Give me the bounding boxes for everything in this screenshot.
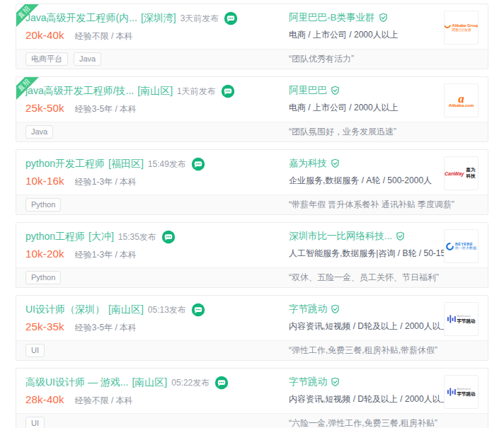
chat-bubble-icon[interactable] xyxy=(191,303,205,317)
company-column: 字节跳动 内容资讯,短视频 / D轮及以上 / 2000人以上 xyxy=(289,375,438,405)
job-tag[interactable]: UI xyxy=(25,417,45,428)
title-row: python开发工程师 [福田区] 15:49发布 xyxy=(25,157,289,171)
experience-education: 经验3-5年 / 本科 xyxy=(75,322,137,334)
smile-icon xyxy=(444,25,451,30)
company-column: 阿里巴巴 电商 / 上市公司 / 2000人以上 xyxy=(289,83,438,114)
company-logo[interactable]: ByteDance字节跳动 xyxy=(444,375,479,409)
publish-time: 05:13发布 xyxy=(148,304,186,316)
job-tag[interactable]: 电商平台 xyxy=(25,52,68,66)
company-info: 人工智能服务,数据服务|咨询 / B轮 / 50-150人 xyxy=(289,248,438,260)
job-location: [福田区] xyxy=(108,158,144,170)
verified-shield-icon xyxy=(331,158,340,168)
job-card[interactable]: python开发工程师 [福田区] 15:49发布 xyxy=(16,149,488,215)
job-tag[interactable]: Java xyxy=(25,125,53,139)
company-column: 嘉为科技 企业服务,数据服务 / A轮 / 500-2000人 xyxy=(289,156,438,187)
job-card[interactable]: 直招 java高级开发工程师/技... [南山区] 1天前发布 xyxy=(16,76,488,142)
company-name[interactable]: 字节跳动 xyxy=(289,303,327,316)
chat-bubble-icon[interactable] xyxy=(224,11,238,25)
company-quote: “弹性工作,免费三餐,租房补贴,带薪休假” xyxy=(289,345,479,357)
publish-time: 15:49发布 xyxy=(148,158,186,170)
job-tag[interactable]: UI xyxy=(25,344,45,357)
company-logo[interactable]: ByteDance字节跳动 xyxy=(444,302,479,336)
title-row: 高级UI设计师 — 游戏... [南山区] 05:22发布 xyxy=(25,376,289,390)
alibaba-com-logo: aAlibaba.com xyxy=(449,94,474,108)
bytedance-logo: ByteDance字节跳动 xyxy=(447,388,476,396)
company-logo[interactable]: CanWay嘉为科技 xyxy=(444,156,479,190)
job-card[interactable]: 高级UI设计师 — 游戏... [南山区] 05:22发布 xyxy=(16,368,488,428)
company-name[interactable]: 阿里巴巴 xyxy=(289,84,327,97)
salary: 10k-16k xyxy=(25,175,64,187)
company-quote: “团队氛围好，业务发展迅速” xyxy=(289,126,479,138)
job-tag[interactable]: Python xyxy=(25,198,61,212)
company-name[interactable]: 嘉为科技 xyxy=(289,157,327,170)
bytedance-logo: ByteDance字节跳动 xyxy=(447,315,476,323)
chat-bubble-icon[interactable] xyxy=(161,230,176,244)
card-top: UI设计师（深圳） [南山区] 05:13发布 xyxy=(16,296,488,340)
company-logo[interactable]: BEYEBE比一比大数据 xyxy=(444,229,479,263)
job-title[interactable]: 高级UI设计师 — 游戏... xyxy=(25,376,128,389)
publish-time: 05:22发布 xyxy=(171,377,210,389)
company-name[interactable]: 阿里巴巴-B类事业群 xyxy=(289,11,375,24)
job-card[interactable]: 直招 Java高级开发工程师(内... [深圳湾] 3天前发布 xyxy=(16,4,488,69)
alibaba-group-logo: Alibaba Group阿里巴巴集团 xyxy=(444,23,479,31)
tag-list: Python xyxy=(25,198,289,212)
publish-time: 1天前发布 xyxy=(177,86,216,98)
company-info: 内容资讯,短视频 / D轮及以上 / 2000人以上 xyxy=(289,393,438,405)
company-row: 字节跳动 xyxy=(289,303,438,316)
salary-row: 25k-35k 经验3-5年 / 本科 xyxy=(25,320,289,334)
company-info: 内容资讯,短视频 / D轮及以上 / 2000人以上 xyxy=(289,320,438,332)
verified-shield-icon xyxy=(331,304,340,314)
job-list: 直招 Java高级开发工程师(内... [深圳湾] 3天前发布 xyxy=(16,4,488,428)
company-quote: “团队优秀有活力” xyxy=(289,53,479,65)
chat-bubble-icon[interactable] xyxy=(214,376,229,390)
job-title[interactable]: java高级开发工程师/技... xyxy=(25,85,134,98)
company-row: 阿里巴巴-B类事业群 xyxy=(289,11,438,24)
experience-education: 经验不限 / 本科 xyxy=(75,30,133,42)
company-name[interactable]: 深圳市比一比网络科技... xyxy=(289,230,392,243)
job-card[interactable]: UI设计师（深圳） [南山区] 05:13发布 xyxy=(16,295,488,361)
company-name[interactable]: 字节跳动 xyxy=(289,376,327,388)
card-top: Java高级开发工程师(内... [深圳湾] 3天前发布 xyxy=(16,4,488,49)
tag-list: UI xyxy=(25,417,289,428)
card-footer: Python “带薪年假 晋升体系餐补 通讯补贴 季度调薪” xyxy=(16,195,488,214)
job-title[interactable]: UI设计师（深圳） xyxy=(25,303,105,316)
chat-bubble-icon[interactable] xyxy=(221,84,235,98)
card-top: python开发工程师 [福田区] 15:49发布 xyxy=(16,150,488,195)
tag-list: UI xyxy=(25,344,289,357)
job-card[interactable]: python工程师 [大冲] 15:35发布 xyxy=(16,222,488,288)
verified-shield-icon xyxy=(396,231,405,241)
card-top: java高级开发工程师/技... [南山区] 1天前发布 xyxy=(16,77,488,122)
salary: 25k-35k xyxy=(25,320,64,332)
company-quote: “带薪年假 晋升体系餐补 通讯补贴 季度调薪” xyxy=(289,199,479,211)
job-title[interactable]: Java高级开发工程师(内... xyxy=(25,12,137,25)
company-info: 电商 / 上市公司 / 2000人以上 xyxy=(289,29,438,41)
verified-shield-icon xyxy=(331,377,340,387)
company-column: 深圳市比一比网络科技... 人工智能服务,数据服务|咨询 / B轮 / 50-1… xyxy=(289,229,438,260)
job-tag[interactable]: Java xyxy=(74,52,101,66)
card-footer: Java “团队氛围好，业务发展迅速” xyxy=(16,122,488,141)
card-top: 高级UI设计师 — 游戏... [南山区] 05:22发布 xyxy=(16,369,488,413)
verified-shield-icon xyxy=(379,13,388,23)
bars-icon xyxy=(447,315,456,323)
job-title[interactable]: python工程师 xyxy=(25,231,85,243)
job-tag[interactable]: Python xyxy=(25,271,61,284)
job-location: [南山区] xyxy=(108,303,144,316)
job-main-column: python工程师 [大冲] 15:35发布 xyxy=(25,229,289,261)
experience-education: 经验1-3年 / 本科 xyxy=(75,176,137,188)
job-title[interactable]: python开发工程师 xyxy=(25,158,105,170)
canway-logo: CanWay嘉为科技 xyxy=(445,167,478,180)
job-main-column: 高级UI设计师 — 游戏... [南山区] 05:22发布 xyxy=(25,375,289,407)
company-quote: “双休、五险一金、员工关怀、节日福利” xyxy=(289,272,479,284)
company-logo[interactable]: Alibaba Group阿里巴巴集团 xyxy=(444,11,479,45)
company-row: 深圳市比一比网络科技... xyxy=(289,230,438,243)
salary: 20k-40k xyxy=(25,29,64,41)
title-row: python工程师 [大冲] 15:35发布 xyxy=(25,230,289,244)
company-info: 电商 / 上市公司 / 2000人以上 xyxy=(289,102,438,114)
chat-bubble-icon[interactable] xyxy=(191,157,205,171)
company-quote: “六险一金,弹性工作,免费三餐,租房补贴” xyxy=(289,417,479,428)
card-footer: 电商平台Java “团队优秀有活力” xyxy=(16,49,488,69)
bars-icon xyxy=(447,388,456,396)
company-row: 阿里巴巴 xyxy=(289,84,438,97)
company-logo[interactable]: aAlibaba.com xyxy=(444,83,479,117)
salary-row: 28k-40k 经验不限 / 本科 xyxy=(25,393,289,407)
